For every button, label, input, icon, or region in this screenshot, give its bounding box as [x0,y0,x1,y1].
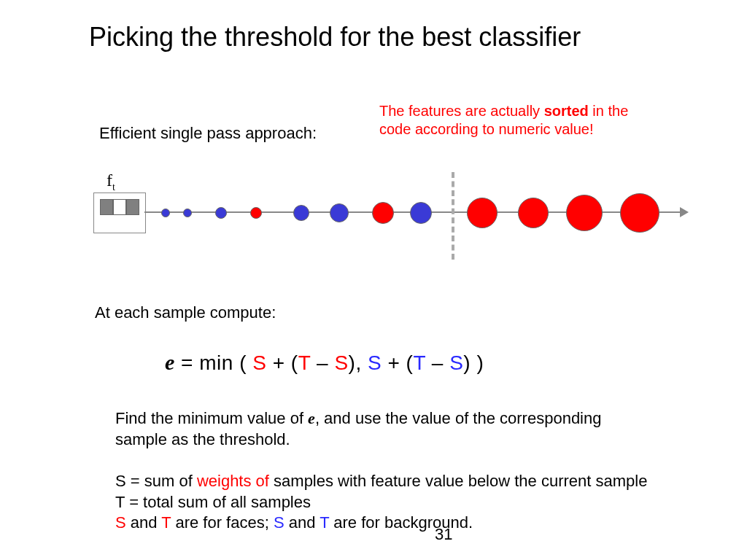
formula-S2: S [334,351,348,374]
haar-pattern [100,199,139,215]
note-bold: sorted [544,103,589,119]
ft-t: t [112,182,115,192]
def-mid: are for faces; [171,513,274,532]
formula-S3: S [368,351,382,374]
definitions: S = sum of weights of samples with featu… [115,471,648,534]
def-T-bg: T [320,513,329,532]
axis-label: ft [107,171,115,193]
formula-close1: ), [349,351,368,374]
def-line1-red: weights of [197,472,269,490]
sample-dot [410,202,432,224]
formula-plus2: + ( [382,351,413,374]
haar-feature-icon [93,192,146,233]
sample-dot [620,193,659,233]
sample-dot [566,195,603,231]
sample-dot [372,202,394,224]
formula-e: e [165,350,175,374]
sorted-note: The features are actually sorted in the … [379,102,649,139]
def-S-bg: S [274,513,285,532]
haar-dark-right [126,199,139,215]
compute-heading: At each sample compute: [95,303,276,322]
formula-T2: T [413,351,425,374]
def-line1-pre: S = sum of [115,472,197,490]
slide-title: Picking the threshold for the best class… [89,22,658,52]
sample-dot [467,198,498,228]
formula-S4: S [449,351,463,374]
ft-f: f [107,171,112,190]
formula-dash1: – [311,351,335,374]
sample-dot [330,203,349,222]
def-line2: T = total sum of all samples [115,493,311,511]
desc-e: e [308,409,315,427]
subtitle: Efficient single pass approach: [99,124,317,143]
error-formula: e = min ( S + (T – S), S + (T – S) ) [165,350,484,375]
sample-dot [250,207,262,219]
sample-dot [215,207,227,219]
formula-eq: = min ( [175,351,252,374]
note-pre: The features are actually [379,103,544,119]
def-and2: and [285,513,320,532]
haar-dark-left [100,199,113,215]
sample-dot [183,209,192,217]
slide: Picking the threshold for the best class… [0,0,747,560]
formula-dash2: – [426,351,450,374]
axis-arrow-icon [680,207,689,217]
desc-pre: Find the minimum value of [115,409,308,427]
haar-light-mid [113,199,126,215]
sample-dot [161,209,170,217]
sample-dot [518,198,549,228]
sample-dot [293,205,309,221]
def-S-face: S [115,513,126,532]
formula-S1: S [252,351,266,374]
def-T-face: T [161,513,171,532]
description: Find the minimum value of e, and use the… [115,408,640,450]
formula-T1: T [298,351,311,374]
def-and1: and [126,513,162,532]
def-line1-post: samples with feature value below the cur… [269,472,647,490]
threshold-line [452,172,454,260]
page-number: 31 [435,525,452,544]
formula-plus1: + ( [266,351,298,374]
formula-close2: ) ) [463,351,484,374]
